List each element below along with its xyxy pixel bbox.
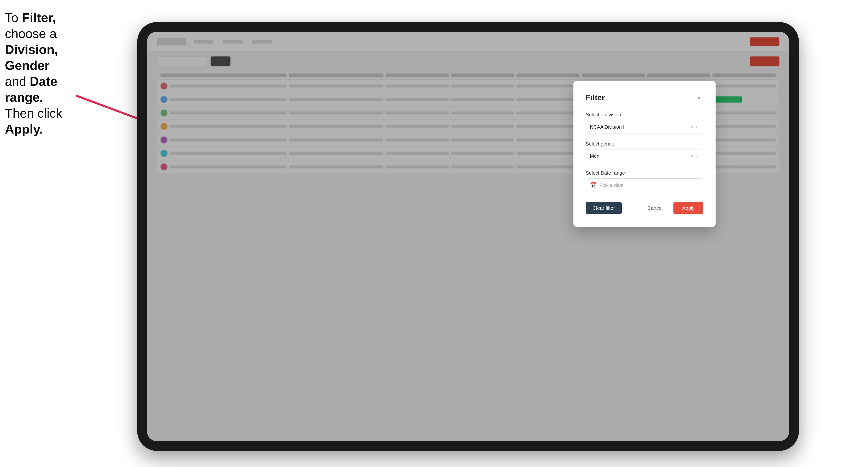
tablet-screen: Filter × Select a division NCAA Division… [147,32,789,441]
gender-label: Select gender [586,141,703,147]
gender-clear-icon[interactable]: × [690,154,693,159]
date-range-label: Select Date range [586,170,703,176]
modal-footer-right: Cancel Apply [641,202,703,214]
division-clear-icon[interactable]: × [690,124,693,130]
filter-modal: Filter × Select a division NCAA Division… [574,81,716,227]
instruction-text: To Filter, choose a Division, Gender and… [5,10,79,137]
tablet-device: Filter × Select a division NCAA Division… [137,22,799,451]
division-form-group: Select a division NCAA Division I × ⌄ [586,112,703,134]
apply-button[interactable]: Apply [674,202,703,214]
cancel-button[interactable]: Cancel [641,202,670,214]
division-value: NCAA Division I [590,124,624,130]
division-chevron-icon: ⌄ [695,124,699,130]
modal-title: Filter [586,93,605,102]
gender-select-icons: × ⌄ [690,153,699,159]
clear-filter-button[interactable]: Clear filter [586,202,622,214]
division-select[interactable]: NCAA Division I × ⌄ [586,120,703,134]
calendar-icon: 📅 [590,182,596,188]
modal-overlay: Filter × Select a division NCAA Division… [147,32,789,441]
division-select-icons: × ⌄ [690,124,699,130]
date-range-form-group: Select Date range 📅 Pick a date [586,170,703,192]
gender-form-group: Select gender Men × ⌄ [586,141,703,163]
date-range-placeholder: Pick a date [599,183,624,188]
division-label: Select a division [586,112,703,118]
modal-header: Filter × [586,93,703,102]
gender-value: Men [590,153,599,159]
modal-footer: Clear filter Cancel Apply [586,202,703,214]
gender-select[interactable]: Men × ⌄ [586,149,703,163]
modal-close-button[interactable]: × [694,93,703,102]
gender-chevron-icon: ⌄ [695,153,699,159]
date-range-input[interactable]: 📅 Pick a date [586,178,703,192]
